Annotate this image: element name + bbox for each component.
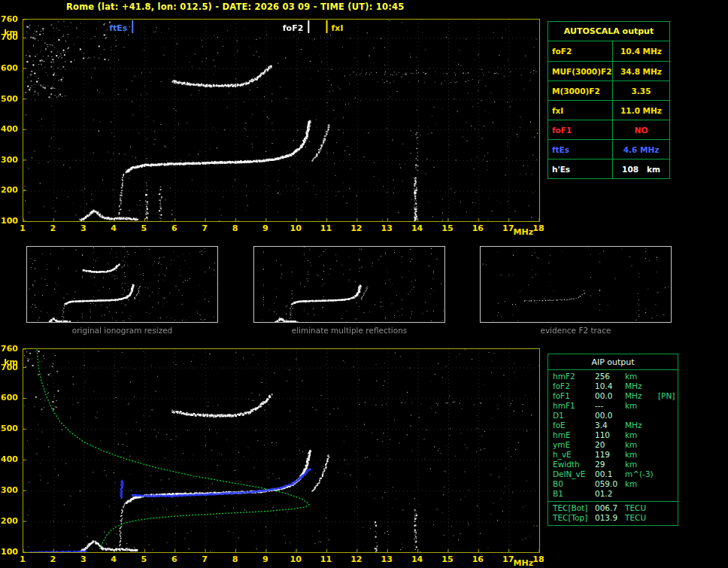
aip-row-label: foE: [553, 421, 595, 430]
aip-row-value: 01.2: [595, 489, 625, 499]
aip-row: ymE20km: [548, 440, 678, 450]
aip-row: B0059.0km: [548, 479, 678, 489]
aip-row-value: 00.0: [595, 391, 625, 401]
x-tick-label: 9: [254, 223, 277, 233]
autoscala-row-value: 3.35: [613, 81, 669, 100]
marker-label-foF2: foF2: [265, 23, 303, 33]
y-tick-label: 760: [0, 14, 18, 24]
aip-row: DelN_vE00.1m^(-3): [548, 469, 678, 479]
aip-row-unit: [625, 489, 658, 499]
aip-row-value: ---: [595, 401, 625, 411]
x-tick-label: 4: [102, 223, 125, 233]
y-tick-label: 400: [0, 124, 18, 134]
aip-row: hmE110km: [548, 430, 678, 440]
x-tick-label: 13: [375, 554, 398, 564]
aip-row-unit: km: [625, 430, 658, 440]
x-tick-label: 5: [132, 223, 155, 233]
x-tick-label: 7: [193, 554, 216, 564]
aip-row-unit: m^(-3): [625, 469, 658, 479]
autoscala-row-label: M(3000)F2: [548, 81, 613, 100]
autoscala-row-value: 34.8 MHz: [613, 62, 669, 80]
aip-row: hmF1---km: [548, 401, 678, 411]
aip-row-label: foF1: [553, 391, 595, 401]
aip-row: h_vE119km: [548, 450, 678, 460]
aip-table-rows: hmF2256kmfoF210.4MHzfoF100.0MHz[PN]hmF1-…: [548, 370, 678, 499]
x-tick-label: 6: [163, 554, 186, 564]
ionogram-bottom-canvas: [23, 349, 539, 552]
y-tick-label: 300: [0, 485, 18, 495]
x-tick-label: 16: [466, 554, 489, 564]
y-tick-label: 760: [0, 344, 18, 354]
aip-table-title: AIP output: [548, 354, 678, 370]
aip-row-unit: km: [625, 440, 658, 450]
x-tick-label: 13: [375, 223, 398, 233]
x-tick-label: 2: [41, 223, 64, 233]
aip-row-value: 10.4: [595, 381, 625, 391]
aip-row: D100.0: [548, 411, 678, 421]
autoscala-row-value: 11.0 MHz: [613, 101, 669, 120]
x-tick-label: 11: [315, 223, 338, 233]
aip-row-label: B0: [553, 479, 595, 489]
x-tick-label: 2: [41, 554, 64, 564]
aip-row-label: h_vE: [553, 450, 595, 460]
aip-row-value: 20: [595, 440, 625, 450]
aip-table-separator: [548, 501, 678, 502]
x-tick-label: 8: [223, 554, 246, 564]
aip-row-label: TEC[Top]: [553, 513, 595, 523]
aip-row: Ewidth29km: [548, 460, 678, 469]
aip-row-label: hmE: [553, 430, 595, 440]
x-tick-label: 15: [436, 223, 459, 233]
aip-row-value: 110: [595, 430, 625, 440]
y-tick-label: 600: [0, 393, 18, 402]
x-tick-label: 3: [72, 223, 95, 233]
ionogram-top-canvas: [23, 20, 539, 221]
x-tick-label: 12: [345, 223, 368, 233]
aip-row-unit: km: [625, 479, 658, 489]
aip-row: foF210.4MHz: [548, 381, 678, 391]
thumbnail-canvas-1: [27, 247, 217, 322]
autoscala-screen: Rome (lat: +41.8, lon: 012.5) - DATE: 20…: [0, 0, 728, 568]
marker-label-ftEs: ftEs: [89, 23, 127, 33]
aip-row: foF100.0MHz[PN]: [548, 391, 678, 401]
station-header: Rome (lat: +41.8, lon: 012.5) - DATE: 20…: [66, 2, 404, 12]
aip-row-value: 013.9: [595, 513, 625, 523]
aip-row-extra: [PN]: [658, 391, 679, 401]
y-axis-unit-label: km: [0, 28, 18, 38]
aip-row: TEC[Top]013.9TECU: [548, 513, 678, 523]
y-tick-label: 600: [0, 63, 18, 73]
x-tick-label: 16: [466, 223, 489, 233]
aip-row: hmF2256km: [548, 372, 678, 381]
autoscala-row: M(3000)F23.35: [548, 80, 669, 100]
autoscala-row-label: foF2: [548, 41, 613, 61]
aip-row-value: 00.0: [595, 411, 625, 421]
aip-row-label: TEC[Bot]: [553, 503, 595, 513]
autoscala-row: h'Es108 km: [548, 159, 669, 178]
aip-row-value: 29: [595, 460, 625, 469]
aip-row-value: 00.1: [595, 469, 625, 479]
x-tick-label: 3: [72, 554, 95, 564]
aip-row-unit: MHz: [625, 381, 658, 391]
x-tick-label: 10: [284, 223, 307, 233]
autoscala-row-label: ftEs: [548, 140, 613, 159]
thumbnail-caption: original ionogram resized: [11, 326, 234, 335]
autoscala-row-value: 10.4 MHz: [613, 41, 669, 61]
aip-row-value: 006.7: [595, 503, 625, 513]
x-axis-unit-label: MHz: [512, 227, 535, 237]
x-tick-label: 1: [11, 554, 34, 564]
x-tick-label: 14: [406, 554, 429, 564]
aip-row-value: 3.4: [595, 421, 625, 430]
autoscala-row-label: h'Es: [548, 159, 613, 178]
autoscala-row-label: fxI: [548, 101, 613, 120]
aip-row-label: foF2: [553, 381, 595, 391]
autoscala-row: ftEs4.6 MHz: [548, 139, 669, 159]
y-tick-label: 200: [0, 185, 18, 195]
aip-table-tec-rows: TEC[Bot]006.7TECUTEC[Top]013.9TECU: [548, 503, 678, 523]
autoscala-row-value: 108 km: [613, 159, 669, 178]
x-tick-label: 5: [132, 554, 155, 564]
aip-row-unit: MHz: [625, 391, 658, 401]
aip-row-label: hmF1: [553, 401, 595, 411]
x-tick-label: 15: [436, 554, 459, 564]
aip-row-unit: MHz: [625, 421, 658, 430]
autoscala-table-rows: foF210.4 MHzMUF(3000)F234.8 MHzM(3000)F2…: [548, 41, 669, 178]
x-axis-unit-label: MHz: [512, 558, 535, 568]
